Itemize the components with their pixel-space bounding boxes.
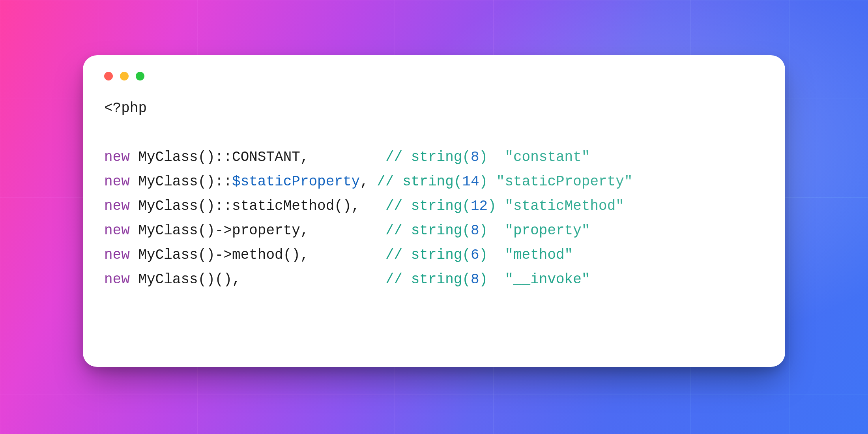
window-titlebar <box>83 55 785 80</box>
code-line: new MyClass()(), // string(8) "__invoke" <box>104 268 764 292</box>
code-line: new MyClass()::CONSTANT, // string(8) "c… <box>104 145 764 170</box>
code-line: new MyClass()->method(), // string(6) "m… <box>104 243 764 268</box>
minimize-icon[interactable] <box>120 72 129 80</box>
zoom-icon[interactable] <box>136 72 144 80</box>
code-window: <?php new MyClass()::CONSTANT, // string… <box>83 55 785 367</box>
background: <?php new MyClass()::CONSTANT, // string… <box>0 0 868 434</box>
close-icon[interactable] <box>104 72 113 80</box>
php-open-tag: <?php <box>104 96 764 121</box>
code-line: new MyClass()::staticMethod(), // string… <box>104 194 764 219</box>
code-line: new MyClass()::$staticProperty, // strin… <box>104 170 764 194</box>
code-block: <?php new MyClass()::CONSTANT, // string… <box>83 80 785 292</box>
code-line: new MyClass()->property, // string(8) "p… <box>104 219 764 243</box>
